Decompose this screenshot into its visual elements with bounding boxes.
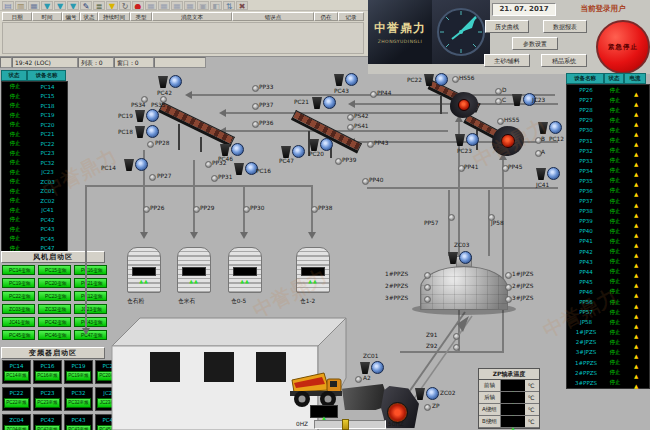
- motor-icon[interactable]: [220, 142, 244, 157]
- filter-3-icon[interactable]: ▼: [67, 1, 79, 10]
- impact-crusher-1[interactable]: [450, 92, 478, 118]
- alarm-column-header[interactable]: 状态: [80, 12, 98, 21]
- motor-icon[interactable]: [536, 166, 560, 181]
- filter-1-icon[interactable]: ▼: [41, 1, 53, 10]
- save-icon[interactable]: ▦: [28, 1, 40, 10]
- device-row[interactable]: 停止 PC20: [2, 120, 67, 130]
- motor-icon[interactable]: [424, 72, 448, 87]
- silo-1-2[interactable]: [296, 247, 330, 293]
- device-row[interactable]: 停止 PC21: [2, 130, 67, 140]
- filter-2-icon[interactable]: ▼: [54, 1, 66, 10]
- motor-icon[interactable]: [281, 144, 305, 159]
- vfd-start-button[interactable]: PC43变频: [66, 425, 91, 430]
- grid-3-icon[interactable]: ▦: [171, 1, 183, 10]
- fan-start-button[interactable]: PC45变频: [2, 330, 35, 340]
- alarm-column-header[interactable]: 类型: [130, 12, 152, 21]
- storage-dome[interactable]: [420, 266, 508, 310]
- device-row[interactable]: 停止 PC14: [2, 82, 67, 92]
- fan-start-button[interactable]: PC22变频: [2, 291, 35, 301]
- device-row[interactable]: 停止 JC41: [2, 206, 67, 216]
- motor-icon[interactable]: [234, 161, 258, 176]
- motor-icon[interactable]: [135, 124, 159, 139]
- device-row[interactable]: 停止 PC45: [2, 234, 67, 244]
- pen-icon[interactable]: ✎: [80, 1, 92, 10]
- data-report-button[interactable]: 数据报表: [543, 20, 587, 33]
- history-curve-button[interactable]: 历史曲线: [485, 20, 529, 33]
- fan-start-button[interactable]: PC46变频: [38, 330, 71, 340]
- grid-2-icon[interactable]: ▦: [158, 1, 170, 10]
- motor-icon[interactable]: [415, 386, 439, 401]
- fan-start-button[interactable]: PC21变频: [74, 278, 107, 288]
- motor-icon[interactable]: [135, 108, 159, 123]
- vfd-start-button[interactable]: PC19变频: [66, 371, 91, 381]
- alarm-column-header[interactable]: 编号: [62, 12, 80, 21]
- close-icon[interactable]: ✖: [236, 1, 248, 10]
- fan-start-button[interactable]: ZC03变频: [2, 304, 35, 314]
- grid-4-icon[interactable]: ▦: [184, 1, 196, 10]
- list-icon[interactable]: ≣: [93, 1, 105, 10]
- frequency-slider-thumb[interactable]: [342, 419, 349, 430]
- vfd-start-button[interactable]: ZC04变频: [4, 425, 29, 430]
- alarm-column-header[interactable]: 错误点: [232, 12, 314, 21]
- motor-icon[interactable]: [312, 95, 336, 110]
- lock-icon[interactable]: ◧: [210, 1, 222, 10]
- fan-start-button[interactable]: PC19变频: [2, 278, 35, 288]
- alarm-list-empty[interactable]: [2, 22, 364, 54]
- device-row[interactable]: 停止 ZC01: [2, 187, 67, 197]
- motor-icon[interactable]: [538, 120, 562, 135]
- motor-icon[interactable]: [309, 137, 333, 152]
- alarm-bell-icon[interactable]: ●: [132, 1, 144, 10]
- vfd-start-button[interactable]: PC32变频: [66, 398, 91, 408]
- device-row[interactable]: 停止 ZC03: [2, 177, 67, 187]
- impact-crusher-2[interactable]: [492, 126, 524, 156]
- new-alarm-icon[interactable]: ▤: [2, 1, 14, 10]
- motor-icon[interactable]: [124, 157, 148, 172]
- mail-icon[interactable]: ▣: [197, 1, 209, 10]
- vfd-start-button[interactable]: PC22变频: [4, 398, 29, 408]
- device-row[interactable]: 停止 PC43: [2, 225, 67, 235]
- premium-system-button[interactable]: 精品系统: [541, 54, 587, 67]
- vfd-start-button[interactable]: PC23变频: [35, 398, 60, 408]
- device-row[interactable]: 停止 JC23: [2, 168, 67, 178]
- emergency-stop-button[interactable]: 紧急停止: [596, 20, 650, 74]
- silo-stone-powder[interactable]: [127, 247, 161, 293]
- vfd-start-button[interactable]: PC42变频: [35, 425, 60, 430]
- fan-start-button[interactable]: PC14变频: [2, 265, 35, 275]
- fan-start-button[interactable]: PC12变频: [74, 291, 107, 301]
- main-material-button[interactable]: 主砂/辅料: [484, 54, 530, 67]
- silo-rice-stone[interactable]: [177, 247, 211, 293]
- fan-start-button[interactable]: PC23变频: [38, 291, 71, 301]
- alarm-column-header[interactable]: 日期: [2, 12, 32, 21]
- device-row[interactable]: 3#PPZS 停止: [567, 378, 649, 388]
- device-row[interactable]: 停止 PC18: [2, 101, 67, 111]
- fan-start-button[interactable]: PC42变频: [38, 317, 71, 327]
- filter-yellow-icon[interactable]: ▼: [106, 1, 118, 10]
- motor-icon[interactable]: [158, 74, 182, 89]
- vfd-start-button[interactable]: PC14变频: [4, 371, 29, 381]
- device-row[interactable]: 停止 PC15: [2, 92, 67, 102]
- frequency-slider[interactable]: [314, 420, 386, 429]
- alarm-column-header[interactable]: 记录: [338, 12, 364, 21]
- sort-icon[interactable]: ⇅: [223, 1, 235, 10]
- fan-start-button[interactable]: JC41变频: [2, 317, 35, 327]
- alarm-column-header[interactable]: 时间: [32, 12, 62, 21]
- silo-0-5[interactable]: [228, 247, 262, 293]
- motor-icon[interactable]: [334, 72, 358, 87]
- motor-icon[interactable]: [455, 132, 479, 147]
- device-row[interactable]: 停止 PC32: [2, 158, 67, 168]
- fan-start-button[interactable]: PC16变频: [74, 265, 107, 275]
- fan-start-button[interactable]: PC15变频: [38, 265, 71, 275]
- vfd-start-button[interactable]: PC16变频: [35, 371, 60, 381]
- device-row[interactable]: 停止 PC42: [2, 215, 67, 225]
- grid-1-icon[interactable]: ▦: [145, 1, 157, 10]
- fan-start-button[interactable]: ZC32变频: [38, 304, 71, 314]
- fan-start-button[interactable]: PC20变频: [38, 278, 71, 288]
- alarm-column-header[interactable]: 仍在: [314, 12, 338, 21]
- device-row[interactable]: 停止 PC22: [2, 139, 67, 149]
- device-row[interactable]: 停止 PC19: [2, 111, 67, 121]
- motor-icon[interactable]: [360, 360, 384, 375]
- device-row[interactable]: 停止 ZC02: [2, 196, 67, 206]
- open-icon[interactable]: ▥: [15, 1, 27, 10]
- loop-icon[interactable]: ↻: [119, 1, 131, 10]
- device-row[interactable]: 停止 PC23: [2, 149, 67, 159]
